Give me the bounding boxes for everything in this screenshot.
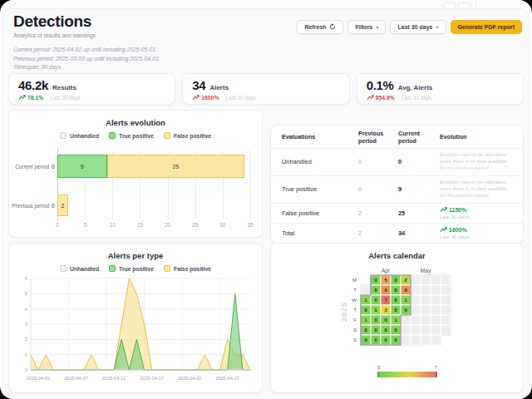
date-range-dropdown[interactable]: Last 30 days ▾ <box>390 20 446 34</box>
svg-text:M: M <box>352 278 357 283</box>
kpi-trend-period: Last 30 days <box>401 95 431 101</box>
evaluations-table-header: Evaluations Previous period Current peri… <box>271 126 523 148</box>
legend-item[interactable]: True positive <box>109 265 154 272</box>
kpi-value: 0.1% <box>367 78 394 92</box>
current-period-line: Current period: 2025-04-02 up until incl… <box>13 46 159 55</box>
gradient-bar <box>377 372 437 377</box>
svg-text:0: 0 <box>374 298 377 303</box>
previous-period-value: 2 <box>358 209 398 217</box>
refresh-icon <box>329 23 336 31</box>
current-period-value: 0 <box>398 158 440 165</box>
svg-text:2: 2 <box>25 337 28 342</box>
kpi-trend-value: 1600% <box>201 95 219 101</box>
svg-text:0: 0 <box>364 308 367 313</box>
kpi-row: 46.2k Results 78.1% Last 30 days 34 Aler… <box>8 73 524 105</box>
column-header: Current period <box>398 126 440 148</box>
filters-dropdown[interactable]: Filters ▾ <box>347 20 386 34</box>
bar-segment: 2 <box>57 195 68 216</box>
trending-up-icon <box>192 94 200 101</box>
current-period-value: 25 <box>398 209 440 217</box>
refresh-button[interactable]: Refresh <box>297 20 343 34</box>
alerts-evolution-card: Alerts evolution UnhandledTrue positiveF… <box>8 110 263 238</box>
kpi-card-results: 46.2k Results 78.1% Last 30 days <box>8 73 175 105</box>
kpi-trend: 854.8% <box>367 94 395 101</box>
kpi-label: Alerts <box>209 84 229 91</box>
svg-text:W: W <box>352 298 357 303</box>
alerts-calendar-heatmap: 050206061070101300100100000000AprMayMTWT… <box>271 267 523 352</box>
svg-text:0: 0 <box>374 288 377 293</box>
svg-text:0: 0 <box>404 308 406 313</box>
page-header: Detections Analytics of results and warn… <box>13 13 159 72</box>
filters-label: Filters <box>355 24 372 30</box>
bar-segment: 25 <box>107 155 245 178</box>
svg-text:May: May <box>420 268 431 274</box>
x-axis-tick-label: 20 <box>165 222 170 228</box>
alerts-per-type-card: Alerts per type UnhandledTrue positiveFa… <box>8 243 263 393</box>
legend-swatch <box>164 265 170 272</box>
legend-item[interactable]: False positive <box>164 132 211 139</box>
generate-pdf-button[interactable]: Generate PDF report <box>451 20 522 34</box>
legend-item[interactable]: False positive <box>164 265 211 272</box>
alerts-per-type-chart: 01234562025-04-022025-04-072025-04-12202… <box>9 275 262 388</box>
table-row: Total2341600%Last 30 days <box>271 223 523 243</box>
bar-zero-label: 0 <box>52 203 55 209</box>
svg-text:S: S <box>352 337 356 342</box>
bar-category-label: Previous period <box>6 203 49 209</box>
legend-item[interactable]: Unhandled <box>60 132 99 139</box>
trending-up-icon <box>18 94 26 101</box>
page-title: Detections <box>13 13 159 29</box>
svg-text:F: F <box>353 318 357 323</box>
legend-swatch <box>60 132 66 139</box>
trending-up-icon <box>367 94 374 101</box>
x-axis-tick-label: 15 <box>137 222 143 228</box>
svg-text:2025-04-22: 2025-04-22 <box>178 376 202 381</box>
evaluations-table: Evaluations Previous period Current peri… <box>270 125 524 244</box>
kpi-trend-value: 78.1% <box>27 95 43 101</box>
legend-label: Unhandled <box>70 266 99 272</box>
chevron-down-icon: ▾ <box>376 24 378 30</box>
svg-text:3: 3 <box>25 322 28 327</box>
bar-segment: 9 <box>57 155 107 178</box>
svg-text:0: 0 <box>394 298 397 303</box>
legend-swatch <box>60 265 66 272</box>
chevron-down-icon: ▾ <box>436 24 439 30</box>
svg-text:0: 0 <box>384 318 387 323</box>
generate-pdf-label: Generate PDF report <box>458 24 515 30</box>
scale-max-label: 7 <box>435 365 437 370</box>
evolution-note: Evolution cannot be calculated since the… <box>440 149 523 175</box>
bar-row: Current period0925 <box>57 155 250 178</box>
evolution-trend: 1600%Last 30 days <box>440 226 523 239</box>
column-header: Previous period <box>358 126 398 148</box>
evolution-trend: 1150%Last 30 days <box>440 206 523 219</box>
svg-text:0: 0 <box>364 337 367 342</box>
svg-text:2025-04-07: 2025-04-07 <box>64 376 88 381</box>
svg-text:0: 0 <box>374 337 377 342</box>
legend-item[interactable]: True positive <box>109 132 154 139</box>
kpi-trend-value: 854.8% <box>376 95 395 101</box>
kpi-label: Avg. Alerts <box>398 84 433 91</box>
svg-text:0: 0 <box>384 337 387 342</box>
svg-text:2025-04-02: 2025-04-02 <box>27 376 51 381</box>
svg-text:1: 1 <box>25 352 28 357</box>
alerts-evolution-x-axis: 05101520253035 <box>57 222 250 230</box>
legend-item[interactable]: Unhandled <box>60 265 99 272</box>
kpi-label: Results <box>52 84 76 91</box>
x-axis-tick-label: 5 <box>83 222 86 228</box>
svg-text:0: 0 <box>384 328 387 332</box>
x-axis-tick-label: 10 <box>110 222 116 228</box>
row-label: True positive <box>282 185 358 193</box>
legend-swatch <box>164 132 170 139</box>
current-period-value: 9 <box>398 185 440 193</box>
svg-text:0: 0 <box>394 337 397 342</box>
bar-category-label: Current period <box>6 164 49 170</box>
current-period-value: 34 <box>398 229 440 237</box>
svg-text:0: 0 <box>394 278 397 283</box>
svg-text:0: 0 <box>374 318 377 323</box>
scale-min-label: 0 <box>377 365 380 370</box>
svg-text:6: 6 <box>25 276 28 281</box>
kpi-card-alerts: 34 Alerts 1600% Last 30 days <box>182 73 349 105</box>
legend-label: False positive <box>174 266 211 272</box>
alerts-calendar-card: Alerts calendar 050206061070101300100100… <box>270 243 524 393</box>
alerts-evolution-title: Alerts evolution <box>9 118 262 127</box>
bar-zero-label: 0 <box>52 164 55 170</box>
